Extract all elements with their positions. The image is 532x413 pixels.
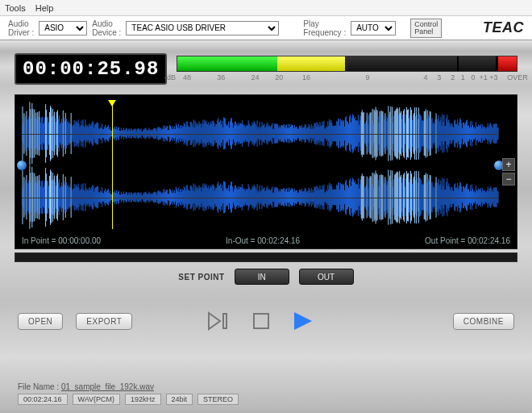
file-rate-chip: 192kHz bbox=[125, 394, 161, 405]
brand-logo: TEAC bbox=[483, 19, 524, 36]
menu-help[interactable]: Help bbox=[35, 3, 54, 13]
zoom-out-button[interactable]: − bbox=[502, 173, 515, 186]
svg-rect-1202 bbox=[254, 314, 268, 328]
audio-driver-label: AudioDriver : bbox=[8, 19, 34, 37]
open-button[interactable]: OPEN bbox=[18, 313, 63, 330]
timecode-display: 00:00:25.98 bbox=[15, 53, 167, 85]
play-icon bbox=[292, 311, 314, 332]
export-button[interactable]: EXPORT bbox=[76, 313, 132, 330]
waveform-panel[interactable]: + − In Point = 00:00:00.00 In-Out = 00:0… bbox=[15, 94, 517, 249]
zoom-in-button[interactable]: + bbox=[502, 158, 515, 171]
out-point-readout: Out Point = 00:02:24.16 bbox=[425, 236, 510, 245]
set-out-button[interactable]: OUT bbox=[299, 269, 354, 285]
file-duration-chip: 00:02:24.16 bbox=[18, 394, 68, 405]
menu-tools[interactable]: Tools bbox=[5, 3, 26, 13]
waveform-svg bbox=[22, 102, 499, 229]
play-pause-icon bbox=[207, 311, 231, 331]
play-pause-button[interactable] bbox=[207, 311, 231, 332]
play-frequency-select[interactable]: AUTO bbox=[351, 21, 396, 35]
file-format-chip: WAV(PCM) bbox=[73, 394, 121, 405]
level-meter bbox=[177, 56, 517, 72]
in-out-readout: In-Out = 00:02:24.16 bbox=[226, 236, 300, 245]
file-name-readout: File Name : 01_sample_file_192k.wav bbox=[18, 382, 239, 391]
set-in-button[interactable]: IN bbox=[235, 269, 289, 285]
audio-device-select[interactable]: TEAC ASIO USB DRIVER bbox=[126, 21, 279, 35]
playhead[interactable] bbox=[112, 102, 113, 229]
combine-button[interactable]: COMBINE bbox=[453, 313, 514, 330]
in-handle[interactable] bbox=[17, 161, 27, 170]
audio-driver-select[interactable]: ASIO bbox=[39, 21, 87, 35]
play-button[interactable] bbox=[291, 311, 315, 332]
play-frequency-label: PlayFrequency : bbox=[303, 19, 346, 37]
playhead-marker-icon bbox=[108, 100, 116, 106]
svg-marker-1203 bbox=[294, 312, 312, 330]
stop-button[interactable] bbox=[249, 311, 273, 332]
in-point-readout: In Point = 00:00:00.00 bbox=[22, 236, 101, 245]
svg-rect-1201 bbox=[223, 314, 227, 328]
meter-scale: -dB 48 36 24 20 16 9 4 3 2 1 0 +1 +3 OVE… bbox=[177, 73, 517, 83]
file-channels-chip: STEREO bbox=[197, 394, 239, 405]
svg-marker-1200 bbox=[209, 313, 220, 329]
set-point-label: SET POINT bbox=[178, 273, 224, 282]
audio-device-label: AudioDevice : bbox=[92, 19, 121, 37]
file-depth-chip: 24bit bbox=[166, 394, 193, 405]
overview-scrubber[interactable] bbox=[15, 252, 517, 262]
stop-icon bbox=[251, 311, 271, 331]
control-panel-button[interactable]: ControlPanel bbox=[410, 19, 442, 38]
